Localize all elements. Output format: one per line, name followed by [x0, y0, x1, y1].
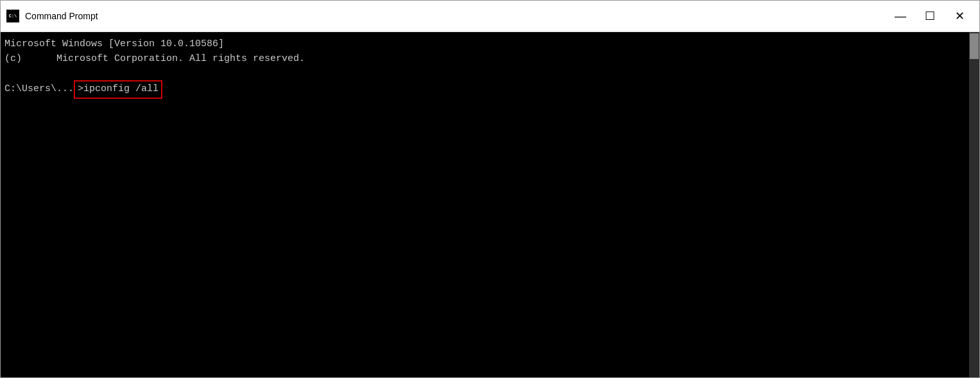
prompt-text: C:\Users\... — [4, 82, 74, 97]
command-highlighted: >ipconfig /all — [74, 80, 162, 99]
command-prompt-window: Command Prompt — ☐ ✕ Microsoft Windows [… — [0, 0, 980, 378]
terminal-body[interactable]: Microsoft Windows [Version 10.0.10586] (… — [1, 32, 979, 377]
terminal-line-3 — [4, 66, 976, 80]
scrollbar-thumb[interactable] — [970, 33, 979, 59]
maximize-button[interactable]: ☐ — [915, 1, 945, 32]
minimize-button[interactable]: — — [886, 1, 915, 32]
terminal-line-2: (c) Microsoft Corporation. All rights re… — [4, 52, 976, 67]
window-title: Command Prompt — [25, 11, 886, 21]
terminal-line-1: Microsoft Windows [Version 10.0.10586] — [4, 37, 976, 52]
cmd-icon — [6, 10, 19, 22]
command-line: C:\Users\... >ipconfig /all — [4, 80, 976, 99]
app-icon — [6, 9, 20, 23]
window-controls: — ☐ ✕ — [886, 1, 974, 32]
close-button[interactable]: ✕ — [945, 1, 974, 32]
title-bar: Command Prompt — ☐ ✕ — [1, 1, 979, 32]
scrollbar[interactable] — [969, 32, 979, 377]
